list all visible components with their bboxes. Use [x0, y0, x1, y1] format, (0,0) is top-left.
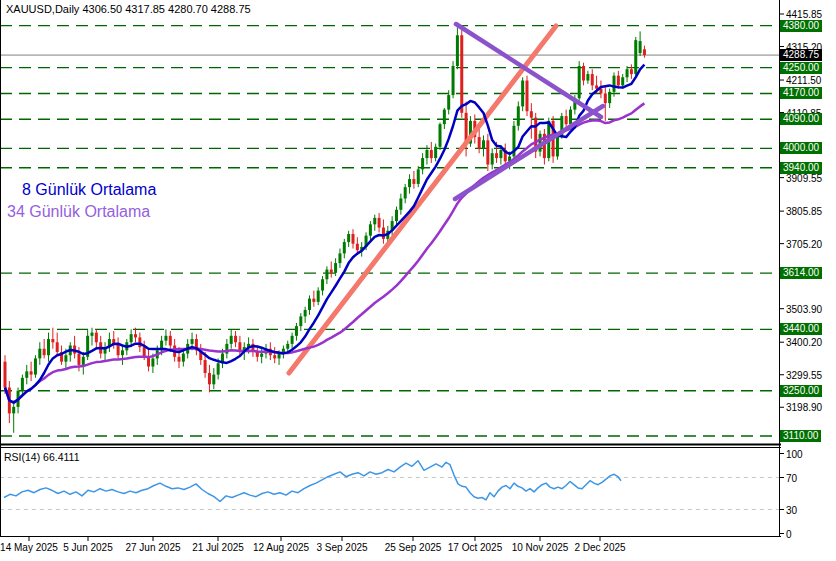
date-label: 3 Sep 2025	[316, 542, 367, 553]
chart-canvas[interactable]	[0, 0, 836, 561]
price-tick-label: 3805.85	[786, 206, 822, 217]
price-tick-label: 3198.90	[786, 402, 822, 413]
current-price-badge: 4288.75	[780, 49, 822, 61]
price-tick-label: 3909.55	[786, 173, 822, 184]
price-tick-label: 3503.90	[786, 304, 822, 315]
price-tick-label: 4211.50	[786, 75, 821, 86]
price-level-badge: 4170.00	[780, 87, 822, 99]
price-tick-label: 3400.20	[786, 337, 822, 348]
price-level-badge: 4000.00	[780, 142, 822, 154]
price-tick-label: 3299.55	[786, 370, 822, 381]
price-level-badge: 3614.00	[780, 267, 822, 279]
price-level-badge: 3440.00	[780, 323, 822, 335]
rsi-tick-label: 0	[786, 529, 792, 540]
date-label: 17 Oct 2025	[448, 542, 502, 553]
price-level-badge: 4090.00	[780, 113, 822, 125]
date-label: 10 Nov 2025	[512, 542, 569, 553]
date-label: 12 Aug 2025	[253, 542, 309, 553]
rsi-tick-label: 100	[786, 449, 803, 460]
rsi-indicator-label: RSI(14) 66.4111	[4, 451, 80, 463]
chart-title-ohlc: XAUUSD,Daily 4306.50 4317.85 4280.70 428…	[6, 3, 251, 15]
date-label: 5 Jun 2025	[63, 542, 113, 553]
price-level-badge: 3940.00	[780, 162, 822, 174]
price-tick-label: 4415.85	[786, 9, 822, 20]
ma8-annotation: 8 Günlük Ortalama	[22, 181, 156, 199]
trading-chart-window: XAUUSD,Daily 4306.50 4317.85 4280.70 428…	[0, 0, 836, 561]
rsi-tick-label: 30	[786, 505, 797, 516]
price-level-badge: 3110.00	[780, 430, 821, 442]
date-label: 2 Dec 2025	[574, 542, 625, 553]
date-label: 25 Sep 2025	[385, 542, 442, 553]
date-label: 27 Jun 2025	[125, 542, 180, 553]
price-level-badge: 4250.00	[780, 62, 822, 74]
price-level-badge: 3250.00	[780, 385, 822, 397]
rsi-tick-label: 70	[786, 473, 797, 484]
price-level-badge: 4380.00	[780, 20, 822, 32]
date-label: 21 Jul 2025	[192, 542, 244, 553]
ma34-annotation: 34 Günlük Ortalama	[7, 203, 150, 221]
price-tick-label: 3705.20	[786, 239, 822, 250]
date-label: 14 May 2025	[0, 542, 58, 553]
